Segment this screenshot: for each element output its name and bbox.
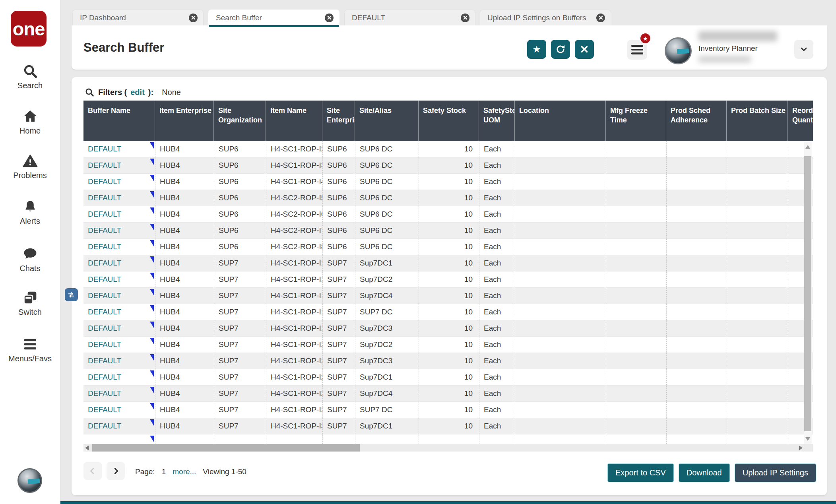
buffer-link[interactable]: DEFAULT: [88, 386, 155, 401]
cell-item-name: H4-SC2-ROP-I6: [266, 206, 322, 222]
buffer-link[interactable]: DEFAULT: [88, 223, 155, 238]
cell-location: [515, 337, 606, 353]
column-header-prod-batch-size[interactable]: Prod Batch Size: [727, 101, 788, 141]
filters-label: Filters (: [98, 88, 127, 97]
filters-edit-link[interactable]: edit: [130, 88, 145, 97]
buffer-link[interactable]: DEFAULT: [88, 337, 155, 353]
sidebar-item-problems[interactable]: Problems: [0, 153, 60, 180]
close-page-button[interactable]: [575, 40, 594, 59]
buffer-link[interactable]: DEFAULT: [88, 369, 155, 385]
column-header-site-organization[interactable]: Site Organization: [214, 101, 266, 141]
horizontal-scroll-thumb[interactable]: [92, 444, 360, 452]
sidebar-item-search[interactable]: Search: [0, 63, 60, 90]
table-row[interactable]: DEFAULTHUB4SUP7H4-SC1-ROP-I1SUP7Sup7DC11…: [83, 255, 813, 271]
table-row[interactable]: DEFAULTHUB4SUP7H4-SC1-ROP-I1SUP7Sup7DC21…: [83, 271, 813, 288]
sidebar-item-chats[interactable]: Chats: [0, 246, 60, 273]
buffer-link[interactable]: DEFAULT: [88, 157, 155, 173]
table-row[interactable]: DEFAULTHUB4SUP6H4-SC2-ROP-I6SUP6SUP6 DC1…: [83, 206, 813, 223]
export-to-csv-button[interactable]: Export to CSV: [607, 463, 674, 482]
user-menu-button[interactable]: [794, 40, 813, 59]
scroll-right-arrow[interactable]: [799, 446, 803, 450]
buffer-link[interactable]: DEFAULT: [88, 239, 155, 255]
buffer-link[interactable]: DEFAULT: [88, 320, 155, 336]
buffer-link[interactable]: DEFAULT: [88, 304, 155, 320]
scroll-down-arrow[interactable]: [805, 437, 810, 441]
buffer-link[interactable]: DEFAULT: [88, 402, 155, 418]
scroll-up-arrow[interactable]: [805, 145, 810, 149]
upload-ip-settings-button[interactable]: Upload IP Settings: [735, 463, 816, 482]
buffer-link[interactable]: DEFAULT: [88, 255, 155, 271]
app-logo[interactable]: one: [11, 11, 47, 47]
sidebar-item-alerts[interactable]: Alerts: [0, 198, 60, 226]
sidebar-item-menus-favs[interactable]: Menus/Favs: [0, 336, 60, 363]
table-row[interactable]: DEFAULTHUB4SUP6H4-SC2-ROP-I7SUP6SUP6 DC1…: [83, 223, 813, 239]
table-row[interactable]: DEFAULTHUB4SUP7H4-SC1-ROP-I2SUP7Sup7DC11…: [83, 369, 813, 386]
vertical-scroll-thumb[interactable]: [804, 156, 811, 431]
buffer-link[interactable]: DEFAULT: [88, 271, 155, 287]
tab-ip-dashboard[interactable]: IP Dashboard: [72, 10, 204, 25]
buffer-link[interactable]: DEFAULT: [88, 141, 155, 157]
table-row[interactable]: DEFAULTHUB4SUP6H4-SC1-ROP-I2SUP6SUP6 DC1…: [83, 141, 813, 157]
buffer-link[interactable]: DEFAULT: [88, 190, 155, 206]
column-header-buffer-name[interactable]: Buffer Name: [83, 101, 155, 141]
cell-item-name: H4-SC1-ROP-I2: [266, 337, 322, 353]
tab-default[interactable]: DEFAULT: [344, 10, 475, 25]
table-row[interactable]: DEFAULTHUB4SUP7H4-SC1-ROP-I1SUP7Sup7DC31…: [83, 320, 813, 337]
download-button[interactable]: Download: [679, 463, 730, 482]
tab-label: IP Dashboard: [73, 14, 189, 22]
vertical-scrollbar[interactable]: [804, 141, 812, 444]
buffer-link[interactable]: DEFAULT: [88, 418, 155, 434]
buffer-link[interactable]: DEFAULT: [88, 288, 155, 304]
table-row[interactable]: DEFAULTHUB4SUP7H4-SC1-ROP-I2SUP7SUP7 DC1…: [83, 402, 813, 418]
column-header-location[interactable]: Location: [515, 101, 606, 141]
column-header-item-name[interactable]: Item Name: [266, 101, 322, 141]
menu-icon: [631, 45, 643, 47]
cell-item-name: H4-SC1-ROP-I2: [266, 402, 322, 418]
cell-item-name: H4-SC2-ROP-I8: [266, 239, 322, 255]
table-row[interactable]: DEFAULTHUB4SUP6H4-SC2-ROP-I5SUP6SUP6 DC1…: [83, 190, 813, 206]
table-row[interactable]: DEFAULTHUB4SUP7H4-SC1-ROP-I2SUP7Sup7DC41…: [83, 386, 813, 402]
table-row[interactable]: DEFAULTHUB4SUP7H4-SC1-ROP-I1SUP7SUP7 DC1…: [83, 304, 813, 320]
column-header-prod-sched-adherence[interactable]: Prod Sched Adherence: [666, 101, 727, 141]
table-row[interactable]: DEFAULTHUB4SUP6H4-SC1-ROP-I3SUP6SUP6 DC1…: [83, 157, 813, 174]
column-header-safety-stock[interactable]: Safety Stock: [419, 101, 479, 141]
column-header-reorder-quantity[interactable]: Reorder Quantity: [788, 101, 813, 141]
next-page-button[interactable]: [107, 462, 125, 480]
tab-upload-ip-settings-on-buffers[interactable]: Upload IP Settings on Buffers: [480, 10, 611, 25]
table-row[interactable]: DEFAULTHUB4SUP7H4-SC1-ROP-I1SUP7Sup7DC41…: [83, 288, 813, 304]
sidebar-item-switch[interactable]: Switch: [0, 289, 60, 317]
column-header-item-enterprise[interactable]: Item Enterprise: [155, 101, 214, 141]
buffer-link[interactable]: DEFAULT: [88, 174, 155, 190]
column-header-mfg-freeze-time[interactable]: Mfg Freeze Time: [606, 101, 666, 141]
horizontal-scrollbar[interactable]: [83, 444, 813, 452]
tab-close-icon[interactable]: [461, 14, 469, 22]
more-pages-link[interactable]: more...: [173, 467, 196, 476]
cell-location: [515, 369, 606, 385]
cell-prod-sched-adherence: [666, 369, 727, 385]
cell-buffer-name: DEFAULT: [83, 255, 155, 271]
tab-close-icon[interactable]: [325, 14, 334, 22]
table-row[interactable]: DEFAULTHUB4SUP6H4-SC2-ROP-I8SUP6SUP6 DC1…: [83, 239, 813, 255]
sidebar-item-home[interactable]: Home: [0, 108, 60, 136]
buffer-link[interactable]: DEFAULT: [88, 206, 155, 222]
cell-location: [515, 402, 606, 418]
table-row[interactable]: DEFAULTHUB4SUP7H4-SC1-ROP-I3SUP7Sup7DC11…: [83, 418, 813, 434]
sidebar-user-avatar[interactable]: [17, 468, 42, 493]
column-header-site-alias[interactable]: Site/Alias: [355, 101, 419, 141]
user-avatar[interactable]: [665, 37, 692, 64]
search-icon: [22, 63, 39, 79]
buffer-link[interactable]: DEFAULT: [88, 353, 155, 369]
column-header-site-enterprise[interactable]: Site Enterprise: [322, 101, 355, 141]
scroll-left-arrow[interactable]: [85, 446, 89, 450]
table-row[interactable]: DEFAULTHUB4SUP7H4-SC1-ROP-I2SUP7Sup7DC21…: [83, 337, 813, 353]
table-row[interactable]: DEFAULTHUB4SUP6H4-SC1-ROP-I4SUP6SUP6 DC1…: [83, 174, 813, 190]
tab-close-icon[interactable]: [596, 14, 605, 22]
column-header-safetystock-uom[interactable]: SafetyStock UOM: [479, 101, 515, 141]
tab-search-buffer[interactable]: Search Buffer: [208, 10, 339, 25]
tab-close-icon[interactable]: [189, 14, 198, 22]
table-row[interactable]: DEFAULTHUB4SUP7H4-SC1-ROP-I2SUP7Sup7DC31…: [83, 353, 813, 369]
refresh-button[interactable]: [551, 40, 570, 59]
prev-page-button[interactable]: [83, 462, 102, 480]
favorite-button[interactable]: ★: [527, 40, 546, 59]
table-row[interactable]: [83, 434, 813, 444]
